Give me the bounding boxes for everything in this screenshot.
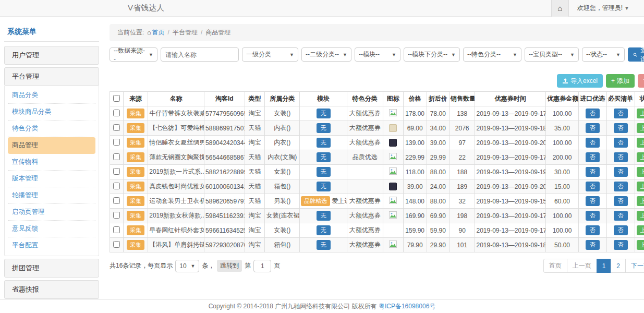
page-number-input[interactable]: [253, 260, 271, 272]
must-buy-toggle[interactable]: 否: [614, 152, 628, 162]
sidebar-item-平台配置[interactable]: 平台配置: [8, 237, 95, 254]
source-badge: 采集: [127, 109, 144, 118]
imported-toggle[interactable]: 否: [586, 109, 600, 118]
imported-toggle[interactable]: 否: [586, 167, 600, 177]
sales-count-cell: 101: [449, 238, 475, 252]
sidebar-item-版本管理[interactable]: 版本管理: [8, 171, 95, 187]
filter-select-宝贝类型[interactable]: --宝贝类型--▼: [525, 47, 579, 62]
module-badge[interactable]: 无: [317, 182, 331, 191]
name-search-input[interactable]: [161, 47, 239, 62]
imported-toggle[interactable]: 否: [586, 196, 600, 206]
must-buy-toggle[interactable]: 否: [614, 109, 628, 118]
imported-toggle[interactable]: 否: [586, 123, 600, 133]
filter-select-模块下分类[interactable]: --模块下分类--▼: [404, 47, 460, 62]
imported-toggle[interactable]: 否: [586, 240, 600, 250]
status-toggle[interactable]: 上架: [637, 211, 644, 221]
status-toggle[interactable]: 上架: [637, 182, 644, 191]
sidebar-item-用户管理[interactable]: 用户管理: [4, 46, 99, 65]
module-badge[interactable]: 无: [317, 167, 331, 177]
status-toggle[interactable]: 上架: [637, 167, 644, 177]
broken-image-icon: [389, 211, 397, 219]
module-badge[interactable]: 无: [317, 240, 331, 250]
module-badge[interactable]: 无: [317, 138, 331, 148]
module-badge[interactable]: 无: [317, 211, 331, 221]
filter-select-数据来源[interactable]: --数据来源--▼: [110, 47, 157, 62]
row-checkbox[interactable]: [113, 212, 120, 219]
column-header-状态: 状态: [635, 92, 644, 106]
batch-delete-button[interactable]: 批量删除: [638, 74, 644, 88]
filter-select-二级分类[interactable]: --二级分类--▼: [301, 47, 351, 62]
status-toggle[interactable]: 上架: [637, 196, 644, 206]
must-buy-toggle[interactable]: 否: [614, 182, 628, 191]
must-buy-toggle[interactable]: 否: [614, 211, 628, 221]
status-toggle[interactable]: 上架: [637, 123, 644, 133]
sidebar-item-轮播管理[interactable]: 轮播管理: [8, 187, 95, 204]
jump-button[interactable]: 跳转到: [217, 260, 242, 272]
row-checkbox[interactable]: [113, 110, 120, 116]
sidebar-item-平台管理[interactable]: 平台管理: [4, 67, 99, 86]
user-menu[interactable]: 欢迎您，管理员!▼: [577, 4, 629, 13]
page-button-首页[interactable]: 首页: [543, 259, 567, 273]
module-badge[interactable]: 无: [317, 123, 331, 133]
filter-select-特色分类[interactable]: --特色分类--▼: [463, 47, 521, 62]
module-badge[interactable]: 品牌精选: [301, 196, 330, 206]
row-checkbox[interactable]: [113, 183, 120, 189]
home-icon[interactable]: ⌂: [551, 0, 569, 17]
must-buy-toggle[interactable]: 否: [614, 167, 628, 177]
taoke-id-cell: 598451162391: [204, 209, 245, 223]
icp-link[interactable]: 粤ICP备16098006号: [379, 302, 435, 311]
imported-toggle[interactable]: 否: [586, 138, 600, 148]
must-buy-toggle[interactable]: 否: [614, 123, 628, 133]
status-toggle[interactable]: 上架: [637, 152, 644, 162]
sidebar-item-拼团管理[interactable]: 拼团管理: [4, 259, 99, 278]
module-badge[interactable]: 无: [317, 109, 331, 118]
row-checkbox[interactable]: [113, 226, 120, 233]
status-toggle[interactable]: 上架: [637, 225, 644, 235]
price-cell: 139.00: [403, 136, 427, 150]
filter-select-状态[interactable]: --状态--▼: [582, 47, 625, 62]
imported-toggle[interactable]: 否: [586, 182, 600, 191]
sidebar-item-商品分类[interactable]: 商品分类: [8, 87, 95, 104]
sidebar-item-特色分类[interactable]: 特色分类: [8, 121, 95, 137]
breadcrumb-home-link[interactable]: 首页: [152, 29, 165, 36]
row-checkbox[interactable]: [113, 124, 120, 131]
must-buy-toggle[interactable]: 否: [614, 225, 628, 235]
status-toggle[interactable]: 上架: [637, 138, 644, 148]
select-all-checkbox[interactable]: [113, 95, 120, 102]
module-badge[interactable]: 无: [317, 152, 331, 162]
sidebar-item-宣传物料[interactable]: 宣传物料: [8, 154, 95, 171]
imported-toggle[interactable]: 否: [586, 225, 600, 235]
filter-select-模块[interactable]: --模块--▼: [355, 47, 400, 62]
search-button[interactable]: 查询: [628, 47, 644, 62]
row-checkbox[interactable]: [113, 197, 120, 204]
row-checkbox[interactable]: [113, 241, 120, 248]
row-checkbox[interactable]: [113, 139, 120, 146]
add-button[interactable]: +添加: [606, 74, 635, 88]
coupon-amount-cell: 200.00: [546, 150, 579, 165]
sidebar-item-商品管理[interactable]: 商品管理: [8, 137, 95, 154]
page-button-2[interactable]: 2: [611, 259, 626, 273]
sidebar-item-模块商品分类[interactable]: 模块商品分类: [8, 104, 95, 121]
filter-select-一级分类[interactable]: 一级分类▼: [242, 47, 298, 62]
status-toggle[interactable]: 上架: [637, 109, 644, 118]
status-cell: 上架: [635, 106, 644, 121]
sidebar-item-启动页管理[interactable]: 启动页管理: [8, 204, 95, 221]
imported-toggle[interactable]: 否: [586, 152, 600, 162]
page-button-下一页[interactable]: 下一页: [625, 259, 644, 273]
module-badge[interactable]: 无: [317, 225, 331, 235]
page-button-上一页[interactable]: 上一页: [567, 259, 597, 273]
must-buy-toggle[interactable]: 否: [614, 240, 628, 250]
select-value: --宝贝类型--: [529, 50, 562, 59]
sidebar-item-省惠快报[interactable]: 省惠快报: [4, 280, 99, 299]
must-buy-toggle[interactable]: 否: [614, 138, 628, 148]
imported-toggle[interactable]: 否: [586, 211, 600, 221]
import-excel-button[interactable]: 导入excel: [557, 74, 603, 88]
category-cell: 内衣(): [265, 121, 300, 136]
page-size-select[interactable]: 10▼: [175, 260, 199, 272]
row-checkbox[interactable]: [113, 168, 120, 175]
must-buy-toggle[interactable]: 否: [614, 196, 628, 206]
status-toggle[interactable]: 上架: [637, 240, 644, 250]
sidebar-item-意见反馈[interactable]: 意见反馈: [8, 221, 95, 237]
row-checkbox[interactable]: [113, 153, 120, 160]
page-button-1[interactable]: 1: [597, 259, 612, 273]
